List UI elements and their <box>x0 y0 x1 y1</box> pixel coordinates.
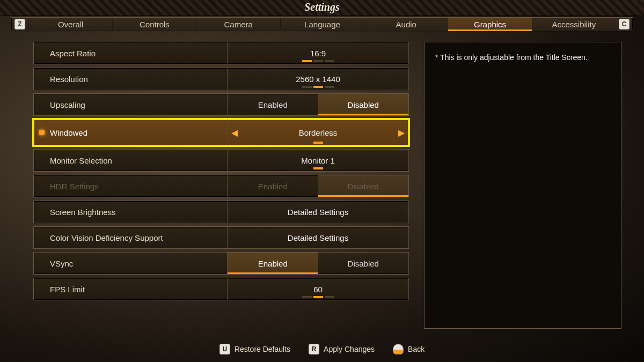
label-brightness: Screen Brightness <box>34 201 227 223</box>
value-cvd: Detailed Settings <box>228 227 408 248</box>
value-monitor: Monitor 1 <box>228 150 408 171</box>
vsync-enabled[interactable]: Enabled <box>228 253 318 274</box>
next-tab-key: C <box>619 19 630 29</box>
hint-restore[interactable]: U Restore Defaults <box>219 344 290 354</box>
label-aspect-ratio: Aspect Ratio <box>34 42 227 64</box>
value-windowed: Borderless <box>241 120 394 145</box>
vsync-disabled[interactable]: Disabled <box>318 253 409 274</box>
tab-language[interactable]: Language <box>280 18 364 31</box>
row-aspect-ratio[interactable]: Aspect Ratio 16:9 <box>33 42 409 64</box>
hint-apply[interactable]: R Apply Changes <box>309 344 375 354</box>
value-brightness: Detailed Settings <box>228 201 408 223</box>
row-monitor[interactable]: Monitor Selection Monitor 1 <box>33 149 409 172</box>
mouse-back-icon <box>393 344 404 354</box>
row-brightness[interactable]: Screen Brightness Detailed Settings <box>33 201 409 223</box>
apply-key-icon: R <box>309 344 319 354</box>
footer-hints: U Restore Defaults R Apply Changes Back <box>0 344 644 354</box>
row-fps[interactable]: FPS Limit 60 <box>33 278 409 300</box>
label-vsync: VSync <box>34 253 227 274</box>
hdr-disabled: Disabled <box>318 175 409 197</box>
row-cvd[interactable]: Color Vision Deficiency Support Detailed… <box>33 226 409 249</box>
help-panel: * This is only adjustable from the Title… <box>424 42 621 329</box>
tab-controls[interactable]: Controls <box>112 18 196 31</box>
page-title: Settings <box>0 1 644 13</box>
label-cvd: Color Vision Deficiency Support <box>34 227 227 248</box>
label-fps: FPS Limit <box>34 278 227 300</box>
hdr-enabled: Enabled <box>228 175 318 197</box>
row-vsync[interactable]: VSync Enabled Disabled <box>33 252 409 275</box>
restore-key-icon: U <box>219 344 230 354</box>
settings-list: Aspect Ratio 16:9 Resolution 2560 x 1440… <box>33 42 409 335</box>
value-fps: 60 <box>228 278 408 300</box>
label-monitor: Monitor Selection <box>34 150 227 171</box>
row-resolution[interactable]: Resolution 2560 x 1440 <box>33 68 409 90</box>
help-text: * This is only adjustable from the Title… <box>435 52 610 63</box>
row-hdr: HDR Settings Enabled Disabled <box>33 175 409 197</box>
windowed-prev-icon[interactable]: ◀ <box>228 120 241 145</box>
tab-bar: Z Overall Controls Camera Language Audio… <box>11 17 633 31</box>
tab-audio[interactable]: Audio <box>364 18 448 31</box>
label-resolution: Resolution <box>34 68 227 90</box>
tab-camera[interactable]: Camera <box>196 18 280 31</box>
tab-overall[interactable]: Overall <box>28 18 112 31</box>
label-hdr: HDR Settings <box>34 175 227 197</box>
tab-graphics[interactable]: Graphics <box>448 18 531 31</box>
label-windowed: Windowed <box>34 120 227 145</box>
upscaling-disabled[interactable]: Disabled <box>318 94 409 115</box>
row-upscaling[interactable]: Upscaling Enabled Disabled <box>33 93 409 116</box>
value-resolution: 2560 x 1440 <box>228 68 408 90</box>
label-upscaling: Upscaling <box>34 94 227 115</box>
row-windowed[interactable]: Windowed ◀ Borderless ▶ <box>33 119 409 146</box>
upscaling-enabled[interactable]: Enabled <box>228 94 318 115</box>
tab-accessibility[interactable]: Accessibility <box>532 18 616 31</box>
value-aspect-ratio: 16:9 <box>228 42 408 64</box>
windowed-next-icon[interactable]: ▶ <box>394 120 408 145</box>
prev-tab-key: Z <box>14 19 25 29</box>
hint-back[interactable]: Back <box>393 344 425 354</box>
